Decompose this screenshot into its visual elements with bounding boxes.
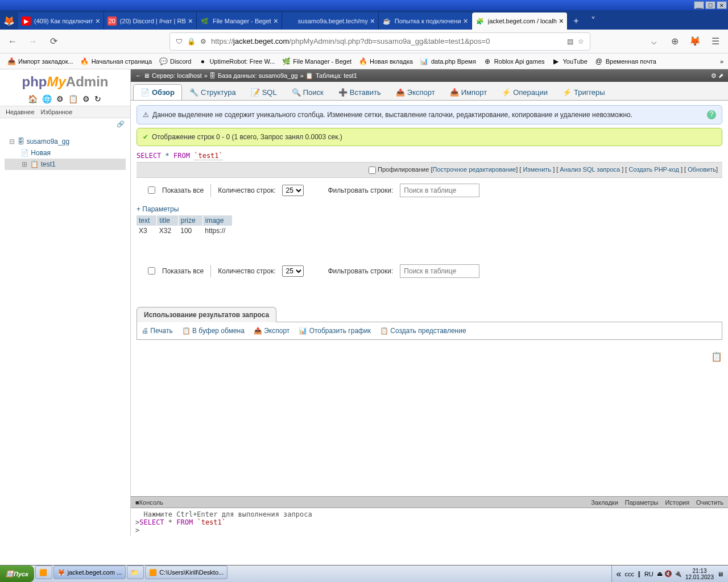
pma-tab-обзор[interactable]: 📄Обзор bbox=[133, 84, 182, 100]
browser-tab-1[interactable]: 20(20) Discord | #чат | RB× bbox=[104, 13, 197, 30]
tab-dropdown-icon[interactable]: ˅ bbox=[585, 13, 602, 30]
bookmark-7[interactable]: ⊕Roblox Api games bbox=[481, 56, 547, 67]
bookmark-6[interactable]: 📊data.php Время bbox=[417, 56, 478, 67]
pma-quick-icons[interactable]: 🏠 🌐 ⚙ 📋 ⚙ ↻ bbox=[0, 92, 130, 106]
reload-button[interactable]: ⟳ bbox=[47, 35, 60, 48]
taskbar-item-2[interactable]: 📁 bbox=[127, 566, 144, 579]
app-menu-icon[interactable]: ☰ bbox=[709, 35, 722, 48]
start-button[interactable]: 🪟 Пуск bbox=[0, 566, 34, 582]
firefox-icon: 🦊 bbox=[0, 13, 18, 30]
tab-close-icon[interactable]: × bbox=[461, 16, 468, 26]
forward-button[interactable]: → bbox=[26, 35, 40, 48]
bookmark-2[interactable]: 💬Discord bbox=[156, 56, 193, 67]
help-icon[interactable]: ? bbox=[707, 110, 716, 119]
pma-tab-триггеры[interactable]: ⚡Триггеры bbox=[555, 84, 613, 100]
crumb-table[interactable]: Таблица: test1 bbox=[316, 72, 357, 79]
tray-clock[interactable]: 21:1312.01.2023 bbox=[685, 568, 714, 580]
console-link-3[interactable]: Очистить bbox=[696, 499, 723, 506]
tray-chevron[interactable]: « bbox=[617, 569, 622, 579]
favorite-tab[interactable]: Избранное bbox=[39, 107, 75, 117]
link-icon[interactable]: 🔗 bbox=[0, 118, 130, 130]
taskbar-item-1[interactable]: 🦊jacket.beget.com ... bbox=[53, 566, 126, 579]
back-button[interactable]: ← bbox=[6, 35, 19, 48]
tab-close-icon[interactable]: × bbox=[271, 16, 278, 26]
tab-close-icon[interactable]: × bbox=[93, 16, 100, 26]
url-bar[interactable]: 🛡 🔒 ⚙ https://jacket.beget.com/phpMyAdmi… bbox=[169, 32, 590, 51]
pma-tab-вставить[interactable]: ➕Вставить bbox=[331, 84, 388, 100]
show-all-top-checkbox[interactable] bbox=[148, 186, 155, 194]
filter-bottom-input[interactable] bbox=[400, 264, 479, 278]
query-op-1[interactable]: 📋 В буфер обмена bbox=[182, 327, 245, 335]
bookmark-star-icon[interactable]: ☆ bbox=[578, 38, 584, 45]
browser-tab-2[interactable]: 🌿File Manager - Beget× bbox=[197, 13, 282, 30]
explain-link[interactable]: Анализ SQL запроса bbox=[560, 166, 620, 173]
show-desktop[interactable]: 🖥 bbox=[717, 571, 723, 577]
pma-tab-sql[interactable]: 📝SQL bbox=[243, 84, 284, 100]
browser-tab-3[interactable]: susamo9a.beget.tech/my_ql× bbox=[282, 13, 379, 30]
crumb-db[interactable]: База данных: susamo9a_gg bbox=[218, 72, 298, 79]
bookmark-5[interactable]: 🔥Новая вкладка bbox=[356, 56, 415, 67]
row-count-top-select[interactable]: 25 bbox=[282, 185, 304, 196]
col-title[interactable]: title bbox=[157, 215, 178, 226]
pma-tab-импорт[interactable]: 📥Импорт bbox=[442, 84, 494, 100]
pma-tab-структура[interactable]: 🔧Структура bbox=[182, 84, 243, 100]
window-maximize[interactable]: ☐ bbox=[705, 1, 715, 9]
col-prize[interactable]: prize bbox=[178, 215, 202, 226]
tab-close-icon[interactable]: × bbox=[186, 16, 193, 26]
tab-close-icon[interactable]: × bbox=[557, 16, 564, 26]
col-text[interactable]: text bbox=[136, 215, 157, 226]
window-close[interactable]: ✕ bbox=[717, 1, 727, 9]
bookmark-8[interactable]: ▶YouTube bbox=[549, 56, 590, 67]
bookmark-3[interactable]: ●UptimeRobot: Free W... bbox=[196, 56, 277, 67]
inline-edit-link[interactable]: Построчное редактирование bbox=[433, 166, 516, 173]
pma-tab-экспорт[interactable]: 📤Экспорт bbox=[388, 84, 442, 100]
tab-favicon bbox=[286, 16, 295, 26]
fox-icon[interactable]: 🦊 bbox=[688, 35, 702, 48]
console-link-0[interactable]: Закладки bbox=[591, 499, 618, 506]
bookmark-0[interactable]: 📥Импорт закладок... bbox=[5, 56, 76, 67]
tab-close-icon[interactable]: × bbox=[368, 16, 375, 26]
refresh-link[interactable]: Обновить bbox=[688, 166, 716, 173]
profile-checkbox[interactable] bbox=[369, 167, 376, 174]
extension-icon[interactable]: ⊕ bbox=[668, 35, 681, 48]
bookmark-1[interactable]: 🔥Начальная страница bbox=[78, 56, 154, 67]
bookmark-overflow[interactable]: » bbox=[720, 58, 723, 65]
console-link-1[interactable]: Параметры bbox=[625, 499, 659, 506]
php-code-link[interactable]: Создать PHP-код bbox=[628, 166, 679, 173]
browser-tab-4[interactable]: ☕Попытка к подключени× bbox=[379, 13, 472, 30]
taskbar-item-0[interactable]: 🟧 bbox=[35, 566, 52, 579]
query-op-2[interactable]: 📤 Экспорт bbox=[254, 327, 289, 335]
window-minimize[interactable]: __ bbox=[694, 1, 704, 9]
console-body[interactable]: Нажмите Ctrl+Enter для выполнения запрос… bbox=[131, 508, 728, 537]
bookmark-icon: 🔥 bbox=[80, 57, 89, 66]
tray-lang[interactable]: RU bbox=[644, 571, 653, 577]
pma-tab-поиск[interactable]: 🔍Поиск bbox=[284, 84, 331, 100]
browser-tab-0[interactable]: ▶(409) Как подключит× bbox=[18, 13, 104, 30]
tree-table-test1[interactable]: ⊞ 📋 test1 bbox=[5, 159, 126, 170]
new-tab-button[interactable]: + bbox=[568, 13, 585, 30]
query-op-3[interactable]: 📊 Отобразить график bbox=[299, 327, 371, 335]
pocket-icon[interactable]: ⌵ bbox=[647, 35, 661, 48]
query-op-0[interactable]: 🖨 Печать bbox=[142, 327, 173, 335]
tree-new-table[interactable]: 📄 Новая bbox=[5, 147, 126, 159]
row-count-bottom-select[interactable]: 25 bbox=[282, 265, 304, 277]
bookmark-4[interactable]: 🌿File Manager - Beget bbox=[279, 56, 354, 67]
col-image[interactable]: image bbox=[202, 215, 232, 226]
edit-link[interactable]: Изменить bbox=[523, 166, 551, 173]
pma-tab-операции[interactable]: ⚡Операции bbox=[494, 84, 555, 100]
reader-icon[interactable]: ▤ bbox=[567, 38, 573, 45]
show-all-bottom-checkbox[interactable] bbox=[148, 267, 155, 275]
taskbar-item-3[interactable]: 🟧C:\Users\Kirill\Deskto... bbox=[145, 566, 228, 579]
filter-top-input[interactable] bbox=[400, 184, 479, 197]
options-toggle[interactable]: + Параметры bbox=[136, 203, 722, 215]
console-link-2[interactable]: История bbox=[665, 499, 689, 506]
query-op-4[interactable]: 📋 Создать представление bbox=[380, 327, 466, 335]
browser-tab-5[interactable]: 🧩jacket.beget.com / localh× bbox=[472, 13, 568, 30]
tree-db[interactable]: ⊟ 🗄 susamo9a_gg bbox=[5, 136, 126, 147]
bookmark-icon: ▶ bbox=[552, 57, 561, 66]
crumb-server[interactable]: Сервер: localhost bbox=[152, 72, 202, 79]
console-title[interactable]: Консоль bbox=[139, 499, 163, 506]
tray-icons[interactable]: ⏏ 🔇 🔌 bbox=[657, 570, 682, 577]
recent-tab[interactable]: Недавнее bbox=[3, 107, 37, 117]
bookmark-9[interactable]: @Временная почта bbox=[592, 56, 659, 67]
